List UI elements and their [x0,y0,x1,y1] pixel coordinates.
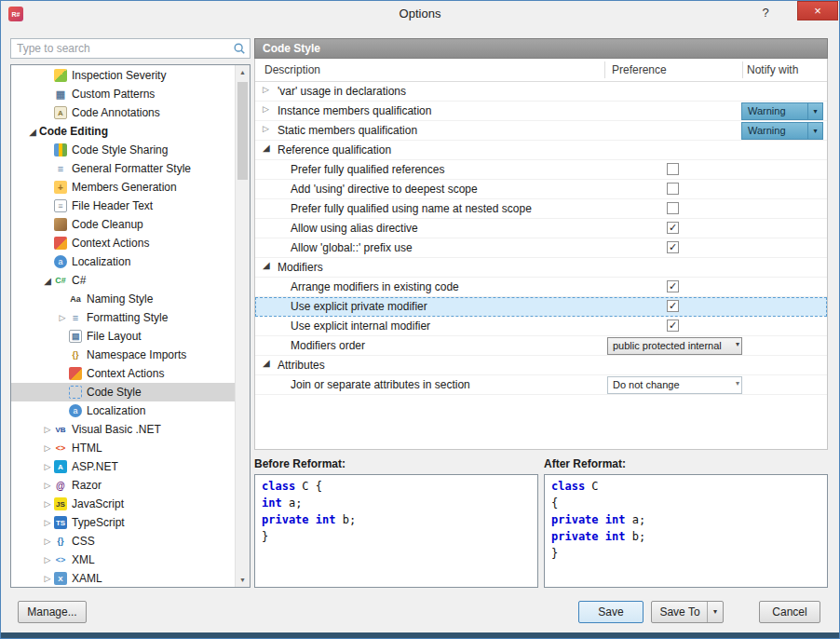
tree-item-custom-patterns[interactable]: ▦Custom Patterns [11,85,250,103]
tree-collapsed-icon[interactable]: ▷ [41,425,54,434]
option-label: Use explicit internal modifier [291,320,430,333]
tree-collapsed-icon[interactable]: ▷ [41,555,54,564]
option-row-modifiers[interactable]: ◢Modifiers [255,258,827,278]
keyword-token: class [262,480,295,493]
tree-item-localization[interactable]: aLocalization [11,252,250,271]
tree-item-file-header-text[interactable]: ≡File Header Text [11,197,250,215]
tree-collapsed-icon[interactable]: ▷ [41,462,54,471]
option-row-arrange-modifiers-in-existing-code[interactable]: Arrange modifiers in existing code✓ [255,278,827,297]
tree-item-javascript[interactable]: ▷JSJavaScript [11,495,250,513]
before-reformat-panel: Before Reformat: class C { int a; privat… [254,457,538,588]
tree-item-code-style-sharing[interactable]: Code Style Sharing [11,141,250,159]
tree-item-label: ASP.NET [72,460,118,473]
search-input[interactable] [10,38,251,59]
checkbox-allow-using-alias-directive[interactable]: ✓ [667,222,679,234]
option-row-allow-global-prefix-use[interactable]: Allow 'global::' prefix use✓ [255,238,827,258]
after-reformat-label: After Reformat: [544,457,828,472]
tree-item-formatting-style[interactable]: ▷≡Formatting Style [11,308,250,327]
tree-item-xaml[interactable]: ▷XXAML [11,569,250,588]
checkbox-add-using-directive-to-deepest-scope[interactable] [667,183,679,195]
tree-item-context-actions[interactable]: Context Actions [11,364,250,383]
tree-item-c#[interactable]: ◢C#C# [11,271,250,290]
dropdown-arrow-icon: ▾ [807,103,822,119]
combo-modifiers-order[interactable]: public protected internal▾ [607,337,742,355]
close-button[interactable]: × [797,1,838,20]
tree-item-razor[interactable]: ▷@Razor [11,476,250,495]
tree-item-xml[interactable]: ▷<>XML [11,551,250,569]
cancel-button[interactable]: Cancel [759,601,820,623]
checkbox-arrange-modifiers-in-existing-code[interactable]: ✓ [667,280,679,292]
checkbox-use-explicit-internal-modifier[interactable]: ✓ [667,320,679,332]
tree-item-file-layout[interactable]: ▤File Layout [11,327,250,346]
tree-item-members-generation[interactable]: +Members Generation [11,178,250,197]
tree-item-code-annotations[interactable]: ACode Annotations [11,103,250,122]
group-expanded-icon[interactable]: ◢ [263,358,270,368]
tree-item-html[interactable]: ▷<>HTML [11,439,250,457]
option-row-allow-using-alias-directive[interactable]: Allow using alias directive✓ [255,219,827,238]
tree-item-label: Localization [72,255,130,268]
tree-collapsed-icon[interactable]: ▷ [41,481,54,490]
group-collapsed-icon[interactable]: ▷ [263,85,269,94]
titlebar[interactable]: R# Options ? × [1,1,839,27]
scroll-up-icon[interactable]: ▲ [236,65,250,79]
option-row-modifiers-order[interactable]: Modifiers orderpublic protected internal… [255,336,827,356]
checkbox-allow-global-prefix-use[interactable]: ✓ [667,241,679,253]
option-row-instance-members-qualification[interactable]: ▷Instance members qualificationWarning▾ [255,102,827,121]
option-label: Instance members qualification [278,104,431,117]
option-row-use-explicit-private-modifier[interactable]: Use explicit private modifier✓ [255,297,827,317]
tree-expanded-icon[interactable]: ◢ [26,127,39,137]
tree-item-code-cleanup[interactable]: Code Cleanup [11,215,250,234]
severity-combo-static-members-qualification[interactable]: Warning▾ [741,122,823,140]
scroll-down-icon[interactable]: ▼ [236,573,250,587]
group-expanded-icon[interactable]: ◢ [263,260,270,270]
tree-item-css[interactable]: ▷{}CSS [11,532,250,551]
save-button[interactable]: Save [578,601,644,623]
option-row-var-usage-in-declarations[interactable]: ▷'var' usage in declarations [255,82,827,102]
option-row-reference-qualification[interactable]: ◢Reference qualification [255,141,827,160]
manage-button[interactable]: Manage... [18,601,87,623]
scrollbar-thumb[interactable] [237,82,248,180]
checkbox-prefer-fully-qualified-references[interactable] [667,163,679,175]
group-expanded-icon[interactable]: ◢ [263,143,270,153]
option-row-static-members-qualification[interactable]: ▷Static members qualificationWarning▾ [255,121,827,141]
help-button[interactable]: ? [753,6,778,20]
tree-item-general-formatter-style[interactable]: ≡General Formatter Style [11,159,250,178]
tree-item-inspection-severity[interactable]: Inspection Severity [11,66,250,85]
tree-item-typescript[interactable]: ▷TSTypeScript [11,513,250,532]
option-label: Allow 'global::' prefix use [291,241,413,254]
tree-expanded-icon[interactable]: ◢ [41,276,54,286]
group-collapsed-icon[interactable]: ▷ [263,124,269,133]
tree-scrollbar[interactable]: ▲ ▼ [235,65,250,587]
checkbox-prefer-fully-qualified-using-name-at-nested-scope[interactable] [667,202,679,214]
tree-collapsed-icon[interactable]: ▷ [41,499,54,509]
close-icon: × [814,4,821,18]
option-row-prefer-fully-qualified-references[interactable]: Prefer fully qualified references [255,160,827,180]
tree-item-localization[interactable]: aLocalization [11,401,250,420]
severity-combo-instance-members-qualification[interactable]: Warning▾ [741,102,823,120]
combo-join-or-separate-attributes-in-section[interactable]: Do not change▾ [607,376,742,394]
tree-collapsed-icon[interactable]: ▷ [41,443,54,453]
option-row-join-or-separate-attributes-in-section[interactable]: Join or separate attributes in sectionDo… [255,375,827,395]
tree-item-label: Formatting Style [87,311,168,324]
tree-item-namespace-imports[interactable]: {}Namespace Imports [11,346,250,364]
checkbox-use-explicit-private-modifier[interactable]: ✓ [667,300,679,312]
option-row-attributes[interactable]: ◢Attributes [255,356,827,375]
tree-item-code-editing[interactable]: ◢Code Editing [11,122,250,141]
tree-item-context-actions[interactable]: Context Actions [11,234,250,252]
group-collapsed-icon[interactable]: ▷ [263,104,269,114]
tree-item-asp-net[interactable]: ▷AASP.NET [11,457,250,476]
tree-collapsed-icon[interactable]: ▷ [41,537,54,546]
tree-collapsed-icon[interactable]: ▷ [41,574,54,583]
tree-collapsed-icon[interactable]: ▷ [41,518,54,527]
option-row-use-explicit-internal-modifier[interactable]: Use explicit internal modifier✓ [255,317,827,336]
tree-item-code-style[interactable]: Code Style [11,383,250,401]
file-layout-icon: ▤ [69,330,82,343]
option-label: Prefer fully qualified using name at nes… [291,202,532,215]
option-row-add-using-directive-to-deepest-scope[interactable]: Add 'using' directive to deepest scope [255,180,827,199]
tree-collapsed-icon[interactable]: ▷ [56,313,69,322]
option-row-prefer-fully-qualified-using-name-at-nested-scope[interactable]: Prefer fully qualified using name at nes… [255,199,827,219]
tree-item-visual-basic-net[interactable]: ▷VBVisual Basic .NET [11,420,250,439]
save-to-button[interactable]: Save To ▾ [651,601,724,623]
window-title: Options [1,7,839,20]
tree-item-naming-style[interactable]: AaNaming Style [11,290,250,308]
